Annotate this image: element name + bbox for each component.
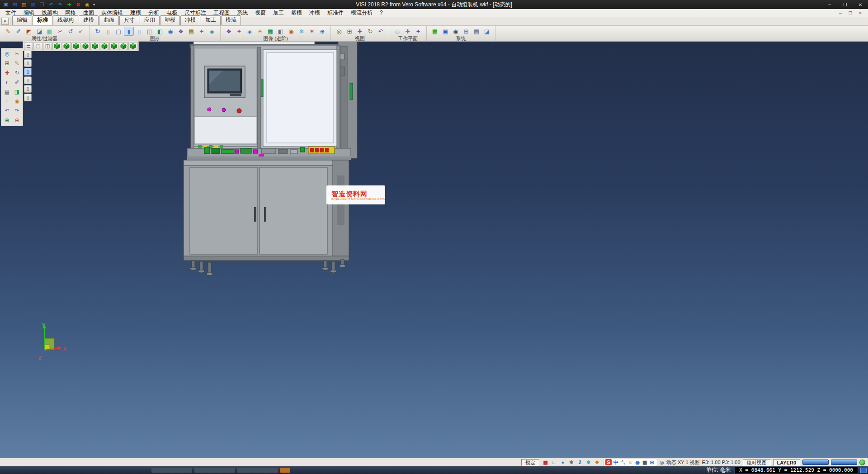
workflow-tab[interactable]: 加工 (201, 15, 221, 25)
filter-apply-icon[interactable]: ✔ (76, 27, 86, 36)
rotate-entity-icon[interactable]: ↻ (12, 68, 22, 77)
effects-icon[interactable]: ✶ (307, 27, 317, 36)
workplane-origin-icon[interactable]: ✚ (403, 27, 413, 36)
trim-entity-icon[interactable]: ✂ (12, 49, 22, 58)
workplane-align-icon[interactable]: ✦ (413, 27, 423, 36)
close-button[interactable]: ✕ (853, 0, 868, 9)
view-filter-1-icon[interactable]: ▯ (24, 51, 32, 58)
move-entity-icon[interactable]: ✚ (2, 68, 12, 77)
menu-item[interactable]: 模流分析 (347, 9, 376, 17)
ortho-toggle-icon[interactable]: ∟ (550, 459, 558, 466)
view-filter-2-icon[interactable]: ▯ (24, 59, 32, 67)
wireframe-display-icon[interactable]: ▯ (103, 27, 113, 36)
bottom-view-icon[interactable] (119, 42, 128, 50)
view-cube-icon[interactable]: ❖ (593, 459, 601, 466)
workflow-tab[interactable]: 建模 (79, 15, 99, 25)
filter-reset-icon[interactable]: ↺ (66, 27, 75, 36)
filter-wireframe-icon[interactable]: ▥ (45, 27, 55, 36)
ime-emoji-icon[interactable]: ☺ (627, 459, 633, 465)
history-undo-icon[interactable]: ↶ (2, 106, 12, 115)
ime-toolbox-icon[interactable]: ⊞ (649, 459, 655, 465)
child-close-button[interactable]: ✕ (855, 9, 865, 16)
reflection-icon[interactable]: ◉ (286, 27, 296, 36)
material-icon[interactable]: ✦ (234, 27, 244, 36)
menu-item[interactable]: 冲模 (306, 9, 324, 17)
quality-display-icon[interactable]: ◉ (165, 27, 175, 36)
hidden-line-display-icon[interactable]: ▢ (113, 27, 123, 36)
osnap-ball-icon[interactable]: ● (559, 459, 566, 466)
previous-view-icon[interactable]: ↶ (376, 27, 386, 36)
zoom-window-icon[interactable]: ⊞ (344, 27, 354, 36)
edges-display-icon[interactable]: ◫ (145, 27, 155, 36)
sogou-logo-icon[interactable]: S (605, 459, 612, 465)
lighting-icon[interactable]: ☀ (255, 27, 265, 36)
workflow-tab[interactable]: 模流 (221, 15, 241, 25)
undo-icon[interactable]: ↶ (47, 1, 55, 8)
color-picker-icon[interactable]: ◨ (12, 87, 22, 96)
delete-entity-icon[interactable]: ✖ (74, 1, 82, 8)
workplane-icon[interactable]: ◇ (392, 27, 402, 36)
render-image-icon[interactable]: ❖ (224, 27, 234, 36)
view-filter-6-icon[interactable]: ▯ (24, 94, 32, 101)
filter-surface-icon[interactable]: ◪ (34, 27, 44, 36)
color-table-icon[interactable]: ▦ (430, 27, 440, 36)
child-restore-button[interactable]: ❐ (845, 9, 855, 16)
active-layer-field[interactable]: LAYER0 (773, 459, 800, 466)
menu-item[interactable]: 加工 (269, 9, 288, 17)
view-filter-3-icon[interactable]: ▯ (24, 68, 32, 76)
globe-icon[interactable]: ◉ (451, 27, 461, 36)
front-view-icon[interactable] (81, 42, 90, 50)
save-icon[interactable]: ▦ (29, 1, 37, 8)
lock-toggle[interactable]: 锁定 (521, 459, 539, 466)
view-reference-field[interactable]: 绝对视图 (743, 459, 771, 466)
zoom-out-icon[interactable]: ⊖ (12, 116, 22, 125)
help-assist-icon[interactable]: 2 (576, 459, 584, 466)
workflow-tab[interactable]: 编辑 (12, 15, 32, 25)
view-filter-5-icon[interactable]: ▯ (24, 85, 32, 93)
child-minimize-button[interactable]: ─ (835, 9, 845, 16)
layer-manager-icon[interactable]: ▤ (2, 87, 12, 96)
shading-options-icon[interactable]: ▢ (33, 42, 42, 50)
pan-view-icon[interactable]: ✚ (355, 27, 365, 36)
multi-window-icon[interactable]: ❖ (176, 27, 186, 36)
filter-trim-icon[interactable]: ✂ (55, 27, 65, 36)
snap-toggle-icon[interactable]: ▦ (542, 459, 549, 466)
workflow-tab[interactable]: 冲模 (180, 15, 200, 25)
mirror-entity-icon[interactable]: ◐ (2, 78, 12, 87)
layer-display-icon[interactable]: ▤ (186, 27, 196, 36)
print-icon[interactable]: ❐ (38, 1, 46, 8)
right-view-icon[interactable] (90, 42, 99, 50)
iso-back-view-icon[interactable] (62, 42, 71, 50)
calculator-icon[interactable]: ⊞ (461, 27, 471, 36)
back-view-icon[interactable] (109, 42, 118, 50)
redo-icon[interactable]: ↷ (56, 1, 64, 8)
taskbar-item-3[interactable] (237, 468, 278, 473)
environment-icon[interactable]: ❄ (297, 27, 307, 36)
annotate-icon[interactable]: ✐ (12, 78, 22, 87)
rotate-view-icon[interactable]: ↻ (365, 27, 375, 36)
refresh-snow-icon[interactable]: ❄ (585, 459, 592, 466)
new-file-icon[interactable]: ▤ (11, 1, 19, 8)
highlight-display-icon[interactable]: ✦ (197, 27, 207, 36)
tab-dropdown-icon[interactable]: ▼ (1, 18, 9, 25)
capture-icon[interactable]: ⊕ (317, 27, 327, 36)
workflow-tab[interactable]: 线架构 (53, 15, 78, 25)
regenerate-icon[interactable]: ↻ (93, 27, 103, 36)
ime-lang-icon[interactable]: 中 (613, 459, 619, 465)
menu-item[interactable]: ? (376, 9, 387, 17)
ime-mic-icon[interactable]: ◉ (634, 459, 641, 465)
taskbar-item-1[interactable] (151, 468, 192, 473)
menu-item[interactable]: 塑模 (288, 9, 306, 17)
maximize-button[interactable]: ❐ (837, 0, 853, 9)
viewport-layout-icon[interactable]: ◫ (43, 42, 52, 50)
view-menu-icon[interactable]: ☰ (24, 42, 33, 50)
snap-grid-icon[interactable]: ⊞ (2, 59, 12, 68)
workflow-tab[interactable]: 应用 (140, 15, 160, 25)
left-view-icon[interactable] (100, 42, 109, 50)
transparent-display-icon[interactable]: ▯ (134, 27, 144, 36)
taskbar-item-orange[interactable] (280, 468, 290, 473)
history-redo-icon[interactable]: ↷ (12, 106, 22, 115)
workflow-tab[interactable]: 尺寸 (119, 15, 139, 25)
section-display-icon[interactable]: ◧ (155, 27, 165, 36)
hide-entity-icon[interactable]: ◌ (2, 97, 12, 106)
